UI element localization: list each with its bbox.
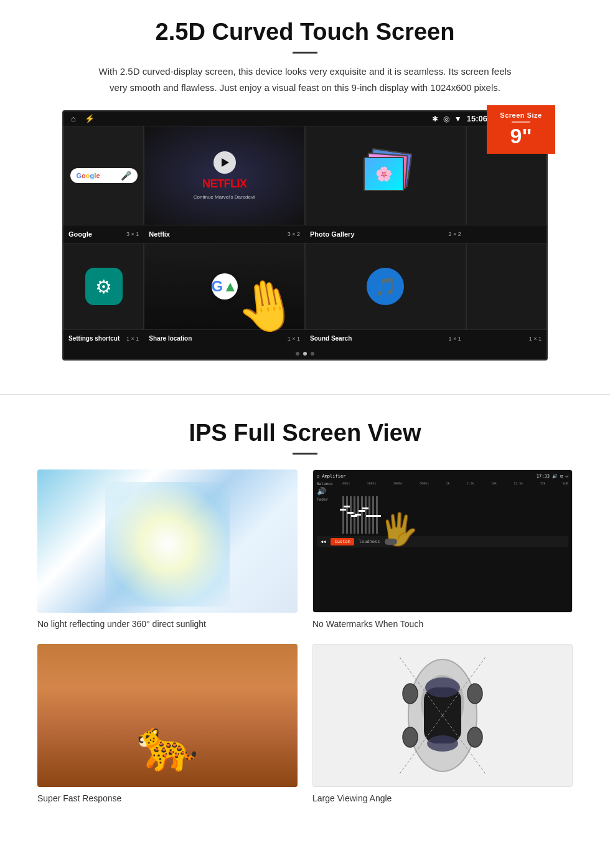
badge-divider [512, 121, 530, 123]
amp-custom-btn[interactable]: Custom [331, 538, 354, 545]
svg-point-6 [467, 684, 482, 704]
settings-bottom-label: Settings shortcut 1 × 1 [63, 333, 144, 344]
feature-amplifier: ⌂ Amplifier 17:33 🔊 ⊡ ▭ Balance 🔊 Fader … [312, 469, 573, 629]
screen-wrapper: Screen Size 9" ⌂ ⚡ ✱ ◎ ▼ 15:06 📷 🔊 ⊠ [62, 110, 548, 361]
section2-title: IPS Full Screen View [37, 420, 573, 446]
photo-3: 🌸 [364, 157, 404, 191]
amp-loudness-label: loudness [359, 539, 380, 544]
amp-bar-1 [342, 496, 344, 534]
netflix-label: Netflix 3 × 2 [144, 228, 305, 240]
feature-car: Large Viewing Angle [312, 644, 573, 803]
car-label: Large Viewing Angle [312, 793, 573, 803]
flower-icon: 🌸 [375, 166, 392, 182]
google-app-size: 3 × 1 [126, 231, 139, 237]
empty-top-label [466, 228, 547, 240]
amp-header: ⌂ Amplifier 17:33 🔊 ⊡ ▭ [317, 474, 568, 479]
google-label: Google 3 × 1 [63, 228, 144, 240]
usb-icon: ⚡ [85, 114, 95, 123]
google-search-bar[interactable]: Google 🎤 [70, 168, 138, 183]
google-logo: Google [77, 172, 100, 179]
amp-toggle[interactable] [385, 539, 397, 545]
amp-bar-6 [361, 496, 363, 534]
amp-status: 17:33 🔊 ⊡ ▭ [537, 474, 568, 479]
dot-2 [303, 352, 307, 356]
car-image [312, 644, 573, 787]
empty-bottom-label-4: 1 × 1 [466, 333, 547, 344]
bluetooth-icon: ✱ [432, 115, 438, 123]
share-content: G▲ 🤚 [144, 243, 304, 329]
amp-sliders-area: 60hz100hz200hz500hz1k2.5k10k12.5k15kSUB [342, 481, 568, 536]
settings-icon: ⚙ [85, 268, 123, 305]
netflix-subtitle: Continue Marvel's Daredevil [194, 194, 256, 200]
amp-bar-10 [376, 496, 378, 534]
wifi-icon: ▼ [454, 115, 462, 123]
section-ips: IPS Full Screen View No light reflecting… [0, 413, 610, 822]
gallery-label: Photo Gallery 2 × 2 [305, 228, 466, 240]
app-labels-top: Google 3 × 1 Netflix 3 × 2 Photo Gallery… [63, 225, 547, 243]
svg-point-4 [427, 735, 458, 752]
section1-description: With 2.5D curved-display screen, this de… [93, 64, 517, 95]
app-grid-top: Google 🎤 NETFLIX Continue Marvel's Dared… [63, 126, 547, 225]
amp-title: ⌂ Amplifier [317, 474, 345, 479]
page-dots [63, 348, 547, 359]
google-app-name: Google [68, 230, 92, 238]
amp-back-icon: ◀◀ [321, 539, 326, 544]
svg-point-5 [403, 684, 418, 704]
sound-search-cell[interactable]: 🎵 [305, 243, 466, 330]
screen-size-badge: Screen Size 9" [487, 105, 555, 154]
amp-screen: ⌂ Amplifier 17:33 🔊 ⊡ ▭ Balance 🔊 Fader … [313, 470, 572, 612]
sunlight-image [37, 469, 298, 613]
gallery-app-cell[interactable]: 🌸 [305, 126, 466, 225]
netflix-app-name: Netflix [149, 230, 170, 238]
feature-grid: No light reflecting under 360° direct su… [37, 469, 573, 803]
netflix-bg: NETFLIX Continue Marvel's Daredevil [144, 126, 304, 225]
sound-search-icon: 🎵 [367, 268, 404, 305]
amp-body: Balance 🔊 Fader 60hz100hz200hz500hz1k2.5… [317, 481, 568, 536]
location-icon: ◎ [443, 115, 449, 123]
sound-name: Sound Search [310, 335, 352, 342]
amplifier-image: ⌂ Amplifier 17:33 🔊 ⊡ ▭ Balance 🔊 Fader … [312, 469, 573, 613]
amp-labels: Balance 🔊 Fader [317, 481, 332, 536]
gallery-app-name: Photo Gallery [310, 230, 355, 238]
amp-label-fader: Fader [317, 497, 332, 501]
netflix-app-cell[interactable]: NETFLIX Continue Marvel's Daredevil [144, 126, 305, 225]
gallery-stack: 🌸 [360, 151, 410, 200]
badge-size: 9" [495, 125, 547, 146]
settings-name: Settings shortcut [68, 335, 120, 342]
status-bar: ⌂ ⚡ ✱ ◎ ▼ 15:06 📷 🔊 ⊠ ▭ [63, 111, 547, 126]
amp-bars [342, 486, 568, 536]
share-location-cell[interactable]: G▲ 🤚 [144, 243, 305, 330]
section-divider-line [0, 394, 610, 395]
gallery-app-size: 2 × 2 [448, 231, 461, 237]
cheetah-label: Super Fast Response [37, 793, 298, 803]
svg-point-7 [403, 727, 418, 747]
netflix-app-size: 3 × 2 [288, 231, 300, 237]
sound-bottom-label: Sound Search 1 × 1 [305, 333, 466, 344]
amp-bar-2 [346, 496, 348, 534]
section1-divider [293, 52, 317, 54]
svg-point-8 [467, 727, 482, 747]
netflix-logo: NETFLIX [202, 177, 247, 191]
dot-1 [296, 352, 299, 356]
dot-3 [311, 352, 314, 356]
settings-app-cell[interactable]: ⚙ [63, 243, 144, 330]
badge-title: Screen Size [495, 111, 547, 119]
settings-size: 1 × 1 [126, 336, 139, 342]
share-name: Share location [149, 335, 192, 342]
sunlight-label: No light reflecting under 360° direct su… [37, 619, 298, 629]
svg-point-3 [425, 677, 460, 697]
feature-cheetah: Super Fast Response [37, 644, 298, 803]
amp-label-balance: Balance [317, 481, 332, 486]
section-curved-screen: 2.5D Curved Touch Screen With 2.5D curve… [0, 0, 610, 375]
sound-size: 1 × 1 [448, 336, 461, 342]
empty-bottom-cell [466, 243, 547, 330]
section1-title: 2.5D Curved Touch Screen [37, 19, 573, 45]
google-app-cell[interactable]: Google 🎤 [63, 126, 144, 225]
status-time: 15:06 [467, 114, 487, 123]
netflix-play-button[interactable] [214, 151, 236, 174]
hand-icon: 🤚 [232, 272, 303, 341]
section2-divider [293, 453, 317, 455]
home-icon[interactable]: ⌂ [71, 114, 76, 123]
status-left: ⌂ ⚡ [71, 114, 95, 123]
amp-footer: ◀◀ Custom loudness [317, 536, 568, 547]
